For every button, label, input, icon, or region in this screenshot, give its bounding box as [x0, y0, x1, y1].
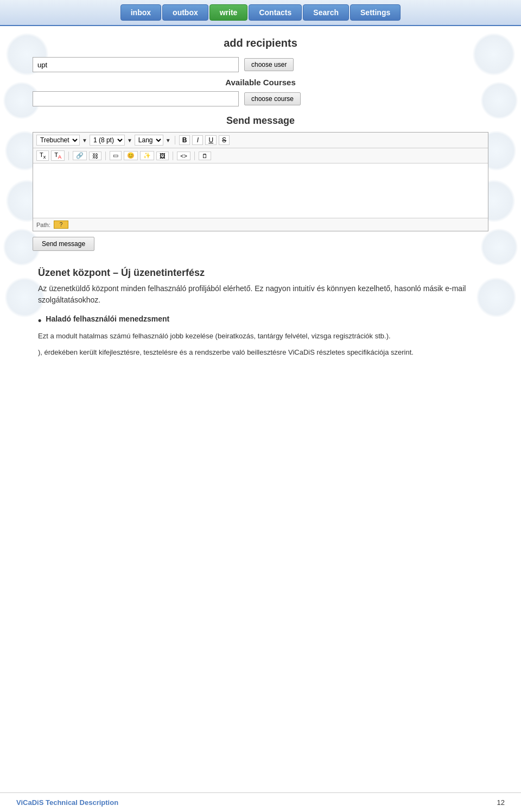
- section-heading-text: Haladó felhasználói menedzsment: [46, 314, 169, 323]
- body-text-1: Ezt a modult hatalmas számú felhasználó …: [38, 331, 483, 342]
- toolbar-arrow2-icon: ▼: [127, 137, 132, 143]
- available-courses-title: Available Courses: [33, 78, 488, 87]
- send-message-title: Send message: [33, 115, 488, 127]
- nav-tab-contacts[interactable]: Contacts: [249, 4, 302, 21]
- toolbar-separator3: [105, 152, 106, 160]
- italic-button[interactable]: I: [192, 135, 203, 145]
- underline-button[interactable]: U: [205, 135, 217, 145]
- bullet-icon: •: [38, 314, 41, 327]
- nav-tab-outbox[interactable]: outbox: [162, 4, 208, 21]
- toolbar-separator1: [175, 136, 175, 144]
- editor-toolbar-row1: Trebuchet ▼ 1 (8 pt) ▼ Lang ▼ B I U S: [33, 133, 488, 148]
- lang-select[interactable]: Lang: [135, 135, 163, 146]
- recipient-row: choose user: [33, 57, 488, 72]
- sub-heading: Az üzenetküldő központ minden felhasznál…: [38, 283, 483, 306]
- bold-button[interactable]: B: [179, 135, 190, 145]
- section-heading-row: • Haladó felhasználói menedzsment: [38, 314, 483, 327]
- course-input[interactable]: [33, 91, 239, 106]
- path-bar: Path: ?: [33, 218, 488, 231]
- nav-tab-write[interactable]: write: [209, 4, 248, 21]
- footer-brand: ViCaDiS Technical Description: [16, 798, 118, 807]
- toolbar-btn-t1[interactable]: Tx: [36, 150, 49, 161]
- toolbar-btn-link[interactable]: 🔗: [73, 151, 87, 160]
- toolbar-separator5: [194, 152, 195, 160]
- choose-user-button[interactable]: choose user: [244, 58, 294, 71]
- editor-container: Trebuchet ▼ 1 (8 pt) ▼ Lang ▼ B I U S Tx: [33, 132, 488, 231]
- text-content: Üzenet központ – Új üzenetinterfész Az ü…: [33, 267, 488, 358]
- nav-tab-search[interactable]: Search: [303, 4, 349, 21]
- main-content: add recipients choose user Available Cou…: [0, 26, 521, 375]
- font-select[interactable]: Trebuchet: [36, 135, 80, 146]
- toolbar-arrow-icon: ▼: [82, 137, 87, 143]
- toolbar-arrow3-icon: ▼: [166, 137, 171, 143]
- send-message-button[interactable]: Send message: [33, 237, 94, 251]
- footer: ViCaDiS Technical Description 12: [0, 792, 521, 812]
- toolbar-btn-flash[interactable]: ✨: [140, 151, 154, 160]
- toolbar-btn-rect[interactable]: ▭: [110, 151, 122, 160]
- toolbar-separator2: [68, 152, 69, 160]
- path-indicator: ?: [54, 221, 69, 229]
- toolbar-btn-t2[interactable]: TA: [51, 150, 65, 161]
- nav-tab-settings[interactable]: Settings: [350, 4, 401, 21]
- path-label: Path:: [36, 222, 50, 228]
- toolbar-btn-media[interactable]: 🗒: [199, 152, 211, 160]
- send-message-section: Send message Trebuchet ▼ 1 (8 pt) ▼ Lang…: [33, 115, 488, 251]
- strikethrough-button[interactable]: S: [219, 135, 230, 145]
- navigation-bar: inbox outbox write Contacts Search Setti…: [0, 0, 521, 26]
- toolbar-btn-unlink[interactable]: ⛓: [89, 152, 101, 160]
- courses-section: Available Courses choose course: [33, 78, 488, 106]
- toolbar-btn-img[interactable]: 🖼: [156, 152, 169, 160]
- footer-page-number: 12: [497, 798, 505, 807]
- courses-row: choose course: [33, 91, 488, 106]
- main-heading: Üzenet központ – Új üzenetinterfész: [38, 267, 483, 279]
- add-recipients-title: add recipients: [33, 37, 488, 49]
- toolbar-separator4: [173, 152, 173, 160]
- nav-tab-inbox[interactable]: inbox: [120, 4, 161, 21]
- body-text-2: ), érdekében került kifejlesztésre, tesz…: [38, 347, 483, 358]
- choose-course-button[interactable]: choose course: [244, 92, 301, 105]
- editor-toolbar-row2: Tx TA 🔗 ⛓ ▭ 😊 ✨ 🖼 <> 🗒: [33, 148, 488, 163]
- toolbar-btn-code[interactable]: <>: [177, 152, 190, 160]
- editor-body[interactable]: [33, 163, 488, 218]
- size-select[interactable]: 1 (8 pt): [90, 135, 125, 146]
- recipient-input[interactable]: [33, 57, 239, 72]
- toolbar-btn-emoji[interactable]: 😊: [124, 151, 138, 160]
